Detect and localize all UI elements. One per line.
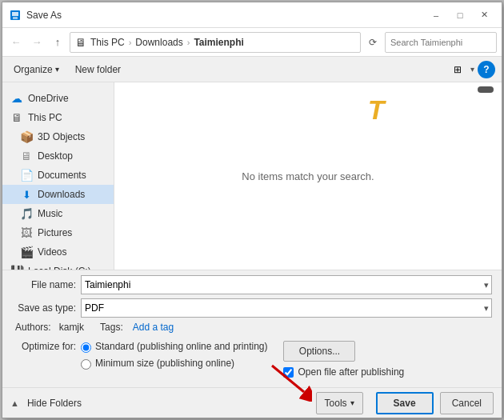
close-button[interactable]: ✕	[473, 7, 495, 23]
chevron-up-icon: ▲	[10, 398, 19, 408]
view-controls: ⊞ ▾ ?	[448, 61, 495, 78]
footer-left: ▲ Hide Folders	[10, 395, 86, 411]
saveastype-row: Save as type: PDF	[12, 298, 492, 318]
sidebar-item-onedrive[interactable]: ☁ OneDrive	[2, 89, 114, 108]
thispc-icon: 🖥	[10, 111, 23, 124]
options-button[interactable]: Options...	[283, 341, 355, 362]
save-button[interactable]: Save	[376, 392, 434, 414]
filename-select-wrap: Taimienphi	[81, 275, 492, 294]
view-chevron-icon: ▾	[470, 65, 474, 74]
authors-section: Authors: kamjk	[15, 322, 84, 333]
tags-section: Tags: Add a tag	[100, 322, 174, 333]
dialog-title: Save As	[26, 10, 425, 21]
tools-chevron-icon: ▾	[350, 398, 354, 407]
sidebar-item-label: 3D Objects	[38, 131, 85, 142]
hide-folders-button[interactable]: Hide Folders	[22, 395, 86, 411]
watermark-background: Taimienphi .vn	[478, 86, 494, 93]
svg-rect-1	[12, 12, 18, 16]
new-folder-button[interactable]: New folder	[70, 62, 126, 78]
saveastype-label: Save as type:	[12, 302, 76, 314]
breadcrumb-downloads[interactable]: Downloads	[133, 36, 185, 49]
open-file-label: Open file after publishing	[298, 366, 404, 378]
authors-tags-row: Authors: kamjk Tags: Add a tag	[12, 322, 492, 333]
watermark: Taimienphi .vn	[368, 94, 482, 126]
up-button[interactable]: ↑	[49, 34, 66, 51]
optimize-row: Optimize for: Standard (publishing onlin…	[12, 341, 267, 378]
back-button[interactable]: ←	[7, 34, 25, 51]
sidebar-item-label: Music	[38, 208, 62, 219]
add-tag-link[interactable]: Add a tag	[133, 322, 174, 333]
filename-row: File name: Taimienphi	[12, 275, 492, 294]
sidebar-item-music[interactable]: 🎵 Music	[2, 204, 114, 223]
sidebar-item-label: This PC	[28, 112, 62, 123]
sidebar-item-downloads[interactable]: ⬇ Downloads	[2, 185, 114, 204]
desktop-icon: 🖥	[20, 150, 33, 162]
watermark-text: aimienphi	[385, 100, 482, 125]
save-as-dialog: Save As – □ ✕ ← → ↑ 🖥 This PC › Download…	[2, 2, 502, 418]
filename-label: File name:	[12, 279, 76, 290]
organize-button[interactable]: Organize ▾	[9, 62, 64, 78]
radio-minimum-input[interactable]	[81, 359, 91, 370]
main-content: ☁ OneDrive 🖥 This PC 📦 3D Objects 🖥 Desk…	[2, 82, 502, 270]
radio-standard-input[interactable]	[81, 342, 91, 353]
documents-icon: 📄	[20, 169, 33, 182]
help-button[interactable]: ?	[478, 61, 495, 78]
sidebar-item-label: Pictures	[38, 227, 72, 238]
breadcrumb-thispc[interactable]: This PC	[88, 36, 127, 49]
address-bar[interactable]: 🖥 This PC › Downloads › Taimienphi	[70, 32, 361, 53]
saveastype-select[interactable]: PDF	[81, 298, 492, 318]
chevron-down-icon: ▾	[55, 65, 59, 74]
sidebar-item-label: Desktop	[38, 150, 73, 162]
sidebar-item-label: Downloads	[38, 189, 85, 200]
sidebar-item-3dobjects[interactable]: 📦 3D Objects	[2, 127, 114, 146]
radio-minimum[interactable]: Minimum size (publishing online)	[81, 358, 267, 370]
sidebar-item-thispc[interactable]: 🖥 This PC	[2, 108, 114, 127]
sidebar: ☁ OneDrive 🖥 This PC 📦 3D Objects 🖥 Desk…	[2, 82, 114, 270]
refresh-button[interactable]: ⟳	[364, 34, 382, 51]
sidebar-item-desktop[interactable]: 🖥 Desktop	[2, 146, 114, 166]
file-area: No items match your search. Taimienphi .…	[114, 82, 502, 270]
no-items-message: No items match your search.	[242, 170, 374, 182]
sidebar-item-videos[interactable]: 🎬 Videos	[2, 242, 114, 262]
sidebar-item-localdisk[interactable]: 💾 Local Disk (C:)	[2, 262, 114, 270]
filename-input[interactable]: Taimienphi	[81, 275, 492, 294]
music-icon: 🎵	[20, 207, 33, 220]
3dobjects-icon: 📦	[20, 130, 33, 143]
tools-button[interactable]: Tools ▾	[316, 392, 363, 414]
breadcrumb-taimienphi[interactable]: Taimienphi	[191, 36, 246, 49]
maximize-button[interactable]: □	[449, 7, 471, 23]
sidebar-item-pictures[interactable]: 🖼 Pictures	[2, 223, 114, 242]
videos-icon: 🎬	[20, 246, 33, 258]
radio-minimum-label: Minimum size (publishing online)	[95, 358, 234, 369]
watermark-letter: T	[368, 94, 385, 126]
title-bar: Save As – □ ✕	[2, 2, 502, 28]
search-box[interactable]: 🔍	[385, 32, 497, 53]
onedrive-icon: ☁	[10, 92, 23, 105]
cancel-button[interactable]: Cancel	[440, 392, 494, 414]
pictures-icon: 🖼	[20, 226, 33, 239]
radio-standard[interactable]: Standard (publishing online and printing…	[81, 341, 267, 353]
navigation-bar: ← → ↑ 🖥 This PC › Downloads › Taimienphi…	[2, 28, 502, 57]
watermark-vn: .vn	[470, 118, 482, 127]
tags-label: Tags:	[100, 322, 123, 333]
optimize-section: Optimize for: Standard (publishing onlin…	[12, 338, 492, 382]
search-input[interactable]	[390, 38, 501, 47]
authors-label: Authors:	[15, 322, 51, 333]
open-file-row: Open file after publishing	[283, 366, 404, 378]
open-file-checkbox[interactable]	[283, 367, 294, 378]
forward-button[interactable]: →	[28, 34, 46, 51]
saveastype-select-wrap: PDF	[81, 298, 492, 318]
radio-group: Standard (publishing online and printing…	[81, 341, 267, 370]
footer-bar: ▲ Hide Folders Tools ▾ Save Cancel	[2, 387, 502, 418]
radio-standard-label: Standard (publishing online and printing…	[95, 341, 267, 352]
downloads-icon: ⬇	[20, 188, 33, 201]
window-controls: – □ ✕	[425, 7, 495, 23]
authors-value: kamjk	[59, 322, 84, 333]
optimize-right: Options... Open file after publishing	[283, 341, 492, 378]
optimize-label: Optimize for:	[12, 341, 76, 352]
view-icon-button[interactable]: ⊞	[448, 61, 467, 78]
sidebar-item-documents[interactable]: 📄 Documents	[2, 166, 114, 185]
sidebar-item-label: Videos	[38, 246, 66, 258]
toolbar: Organize ▾ New folder ⊞ ▾ ?	[2, 57, 502, 82]
minimize-button[interactable]: –	[425, 7, 447, 23]
